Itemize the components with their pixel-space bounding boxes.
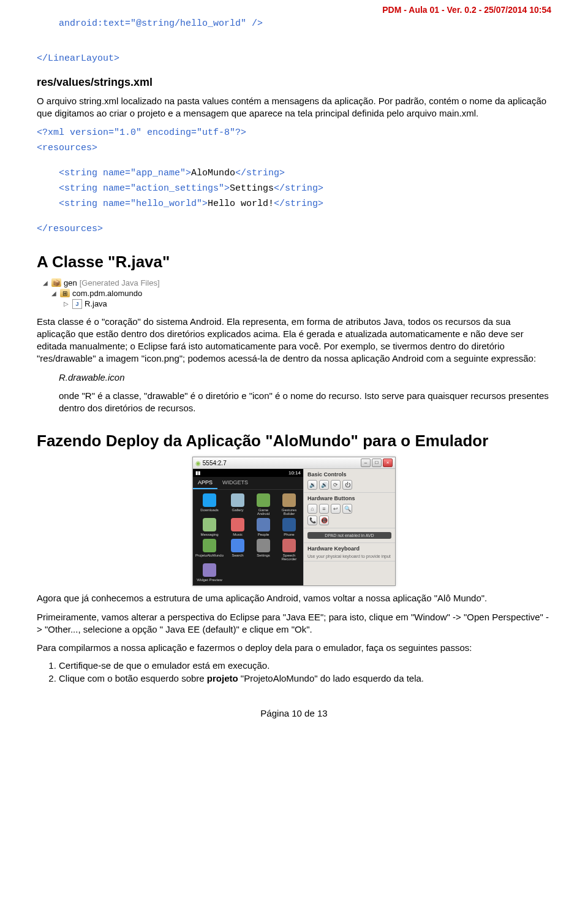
- app-phone[interactable]: Phone: [277, 518, 301, 536]
- rjava-expression: R.drawable.icon: [37, 371, 551, 384]
- app-icon: [231, 493, 244, 507]
- hardware-keyboard-hint: Use your physical keyboard to provide in…: [307, 554, 391, 558]
- page-footer: Página 10 de 13: [37, 708, 551, 718]
- app-icon: [257, 493, 270, 507]
- app-label: Settings: [252, 554, 275, 557]
- page-header: PDM - Aula 01 - Ver. 0.2 - 25/07/2014 10…: [0, 0, 588, 15]
- app-settings[interactable]: Settings: [252, 539, 275, 561]
- resources-close: </resources>: [37, 223, 551, 235]
- phone-screen: ▮▮ 10:14 APPS WIDGETS DownloadsGalleryGa…: [193, 469, 303, 585]
- app-speech-recorder[interactable]: Speech Recorder: [277, 539, 301, 561]
- rjava-description: Esta classe é o "coração" do sistema And…: [37, 316, 551, 365]
- app-label: Game Android: [252, 508, 275, 516]
- chevron-right-icon: ▷: [64, 300, 70, 307]
- step-1: Certifique-se de que o emulador está em …: [59, 660, 551, 671]
- app-label: Search: [226, 554, 249, 557]
- rjava-explanation: onde "R" é a classe, "drawable" é o dire…: [37, 390, 551, 415]
- hardware-keyboard-label: Hardware Keyboard: [307, 546, 391, 552]
- chevron-down-icon: ◢: [43, 280, 49, 286]
- endcall-icon[interactable]: 📵: [319, 516, 329, 525]
- tab-widgets[interactable]: WIDGETS: [217, 477, 253, 489]
- code-attr-line: android:text="@string/hello_world" />: [37, 17, 551, 30]
- app-widget-preview[interactable]: Widget Preview: [195, 563, 224, 582]
- java-file-icon: J: [72, 299, 82, 309]
- app-label: Gallery: [226, 508, 249, 512]
- app-label: Phone: [277, 533, 301, 536]
- app-icon: [231, 518, 244, 531]
- app-people[interactable]: People: [252, 518, 275, 536]
- app-messaging[interactable]: Messaging: [195, 518, 224, 536]
- deploy-heading: Fazendo Deploy da Aplicação "AloMundo" p…: [37, 432, 551, 451]
- app-gestures-builder[interactable]: Gestures Builder: [277, 493, 301, 516]
- string-helloworld: <string name="hello_world">Hello world!<…: [37, 197, 551, 210]
- app-icon: [203, 493, 216, 507]
- app-icon: [282, 539, 296, 552]
- menu-icon[interactable]: ≡: [319, 504, 329, 514]
- app-projetoalomundo[interactable]: ProjetoAloMundo: [195, 539, 224, 561]
- app-game-android[interactable]: Game Android: [252, 493, 275, 516]
- emulator-titlebar: ◉ 5554:2.7 – □ ×: [193, 457, 395, 469]
- deploy-intro: Agora que já conhecemos a estrutura de u…: [37, 592, 551, 604]
- app-icon: [257, 539, 270, 552]
- strings-xml-description: O arquivo string.xml localizado na pasta…: [37, 95, 551, 120]
- app-label: Widget Preview: [195, 578, 224, 582]
- app-grid: DownloadsGalleryGame AndroidGestures Bui…: [193, 490, 303, 585]
- basic-controls-label: Basic Controls: [307, 471, 391, 478]
- chevron-down-icon: ◢: [51, 290, 58, 297]
- app-label: Messaging: [195, 533, 224, 536]
- search-icon[interactable]: 🔍: [342, 504, 352, 514]
- app-label: Music: [226, 533, 249, 536]
- tree-gen-hint: [Generated Java Files]: [80, 278, 160, 287]
- rotate-icon[interactable]: ⟳: [331, 480, 341, 490]
- maximize-icon[interactable]: □: [372, 458, 382, 467]
- close-icon[interactable]: ×: [383, 458, 393, 467]
- tree-gen-label: gen: [64, 278, 77, 287]
- package-icon: 📦: [51, 278, 61, 287]
- app-label: ProjetoAloMundo: [195, 554, 224, 557]
- tree-file-label: R.java: [85, 299, 107, 308]
- compile-intro: Para compilarmos a nossa aplicação e faz…: [37, 642, 551, 654]
- home-icon[interactable]: ⌂: [307, 504, 317, 514]
- hardware-buttons-label: Hardware Buttons: [307, 495, 391, 501]
- app-search[interactable]: Search: [226, 539, 249, 561]
- app-icon: [282, 493, 296, 507]
- app-gallery[interactable]: Gallery: [226, 493, 249, 516]
- rjava-heading: A Classe "R.java": [37, 253, 551, 272]
- status-time: 10:14: [288, 470, 301, 476]
- dpad-disabled-label: DPAD not enabled in AVD: [307, 532, 391, 539]
- app-icon: [203, 518, 216, 531]
- app-label: Speech Recorder: [277, 554, 301, 561]
- step-2: Clique com o botão esquerdo sobre projet…: [59, 673, 551, 683]
- package-tree: ◢ 📦 gen [Generated Java Files] ◢ ⊞ com.p…: [43, 278, 551, 310]
- string-appname: <string name="app_name">AloMundo</string…: [37, 167, 551, 180]
- app-icon: [282, 518, 296, 531]
- call-icon[interactable]: 📞: [307, 516, 317, 525]
- package-icon: ⊞: [60, 289, 70, 297]
- android-icon: ◉: [195, 460, 201, 466]
- app-music[interactable]: Music: [226, 518, 249, 536]
- back-icon[interactable]: ↩: [331, 504, 341, 514]
- app-icon: [231, 539, 244, 552]
- signal-icon: ▮▮: [195, 470, 200, 476]
- emulator-side-panel: Basic Controls 🔉 🔊 ⟳ ⏻ Hardware Buttons …: [303, 469, 395, 585]
- deploy-steps: Certifique-se de que o emulador está em …: [59, 660, 551, 683]
- perspective-instructions: Primeiramente, vamos alterar a perspecti…: [37, 611, 551, 636]
- tab-apps[interactable]: APPS: [193, 477, 217, 489]
- string-actionsettings: <string name="action_settings">Settings<…: [37, 182, 551, 195]
- volume-down-icon[interactable]: 🔉: [307, 480, 317, 490]
- page-content: android:text="@string/hello_world" /> </…: [0, 17, 588, 737]
- emulator-title: 5554:2.7: [203, 460, 227, 466]
- app-downloads[interactable]: Downloads: [195, 493, 224, 516]
- power-icon[interactable]: ⏻: [342, 480, 352, 490]
- app-icon: [203, 539, 216, 552]
- app-icon: [203, 563, 216, 577]
- app-label: Gestures Builder: [277, 508, 301, 516]
- emulator-window: ◉ 5554:2.7 – □ × ▮▮ 10:14 APPS WIDGETS D…: [192, 457, 396, 586]
- volume-up-icon[interactable]: 🔊: [319, 480, 329, 490]
- resources-open: <resources>: [37, 142, 551, 154]
- minimize-icon[interactable]: –: [361, 458, 371, 467]
- tree-package-label: com.pdm.alomundo: [72, 289, 142, 298]
- app-label: Downloads: [195, 508, 224, 512]
- app-label: People: [252, 533, 275, 536]
- xml-declaration: <?xml version="1.0" encoding="utf-8"?>: [37, 126, 551, 139]
